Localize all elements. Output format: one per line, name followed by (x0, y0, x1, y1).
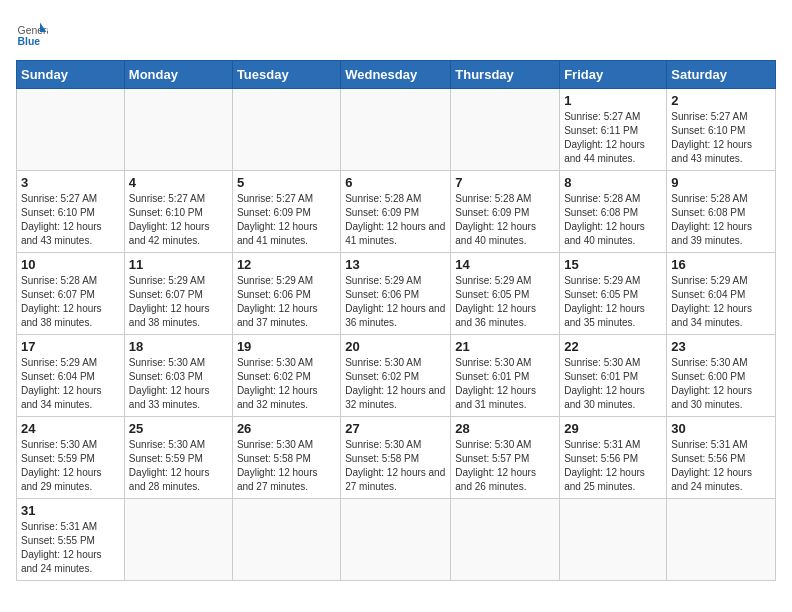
day-info: Sunrise: 5:29 AM Sunset: 6:05 PM Dayligh… (564, 274, 662, 330)
day-number: 7 (455, 175, 555, 190)
day-info: Sunrise: 5:31 AM Sunset: 5:56 PM Dayligh… (564, 438, 662, 494)
logo-icon: General Blue (16, 16, 48, 48)
day-info: Sunrise: 5:28 AM Sunset: 6:09 PM Dayligh… (345, 192, 446, 248)
day-info: Sunrise: 5:29 AM Sunset: 6:06 PM Dayligh… (237, 274, 336, 330)
day-number: 27 (345, 421, 446, 436)
day-info: Sunrise: 5:30 AM Sunset: 6:01 PM Dayligh… (564, 356, 662, 412)
calendar-cell: 29Sunrise: 5:31 AM Sunset: 5:56 PM Dayli… (560, 417, 667, 499)
calendar-cell (232, 499, 340, 581)
calendar-cell: 19Sunrise: 5:30 AM Sunset: 6:02 PM Dayli… (232, 335, 340, 417)
day-number: 28 (455, 421, 555, 436)
day-info: Sunrise: 5:30 AM Sunset: 5:59 PM Dayligh… (21, 438, 120, 494)
calendar-cell (341, 499, 451, 581)
day-info: Sunrise: 5:31 AM Sunset: 5:56 PM Dayligh… (671, 438, 771, 494)
header: General Blue (16, 16, 776, 48)
calendar-cell (17, 89, 125, 171)
day-info: Sunrise: 5:29 AM Sunset: 6:07 PM Dayligh… (129, 274, 228, 330)
day-info: Sunrise: 5:30 AM Sunset: 6:02 PM Dayligh… (345, 356, 446, 412)
calendar-cell: 31Sunrise: 5:31 AM Sunset: 5:55 PM Dayli… (17, 499, 125, 581)
weekday-header-saturday: Saturday (667, 61, 776, 89)
calendar-cell (341, 89, 451, 171)
calendar-cell: 16Sunrise: 5:29 AM Sunset: 6:04 PM Dayli… (667, 253, 776, 335)
calendar-cell: 18Sunrise: 5:30 AM Sunset: 6:03 PM Dayli… (124, 335, 232, 417)
day-info: Sunrise: 5:30 AM Sunset: 6:00 PM Dayligh… (671, 356, 771, 412)
day-number: 1 (564, 93, 662, 108)
calendar-cell: 26Sunrise: 5:30 AM Sunset: 5:58 PM Dayli… (232, 417, 340, 499)
day-info: Sunrise: 5:27 AM Sunset: 6:09 PM Dayligh… (237, 192, 336, 248)
day-number: 9 (671, 175, 771, 190)
day-number: 6 (345, 175, 446, 190)
week-row-4: 17Sunrise: 5:29 AM Sunset: 6:04 PM Dayli… (17, 335, 776, 417)
day-info: Sunrise: 5:30 AM Sunset: 6:01 PM Dayligh… (455, 356, 555, 412)
weekday-header-friday: Friday (560, 61, 667, 89)
day-number: 15 (564, 257, 662, 272)
calendar-cell: 10Sunrise: 5:28 AM Sunset: 6:07 PM Dayli… (17, 253, 125, 335)
calendar-cell: 12Sunrise: 5:29 AM Sunset: 6:06 PM Dayli… (232, 253, 340, 335)
day-info: Sunrise: 5:29 AM Sunset: 6:04 PM Dayligh… (671, 274, 771, 330)
calendar-cell: 7Sunrise: 5:28 AM Sunset: 6:09 PM Daylig… (451, 171, 560, 253)
calendar-cell: 17Sunrise: 5:29 AM Sunset: 6:04 PM Dayli… (17, 335, 125, 417)
calendar-cell: 9Sunrise: 5:28 AM Sunset: 6:08 PM Daylig… (667, 171, 776, 253)
calendar: SundayMondayTuesdayWednesdayThursdayFrid… (16, 60, 776, 581)
week-row-3: 10Sunrise: 5:28 AM Sunset: 6:07 PM Dayli… (17, 253, 776, 335)
calendar-cell: 8Sunrise: 5:28 AM Sunset: 6:08 PM Daylig… (560, 171, 667, 253)
day-info: Sunrise: 5:28 AM Sunset: 6:08 PM Dayligh… (564, 192, 662, 248)
day-info: Sunrise: 5:29 AM Sunset: 6:04 PM Dayligh… (21, 356, 120, 412)
day-info: Sunrise: 5:27 AM Sunset: 6:10 PM Dayligh… (129, 192, 228, 248)
day-info: Sunrise: 5:30 AM Sunset: 6:02 PM Dayligh… (237, 356, 336, 412)
day-number: 19 (237, 339, 336, 354)
calendar-cell: 24Sunrise: 5:30 AM Sunset: 5:59 PM Dayli… (17, 417, 125, 499)
calendar-cell: 20Sunrise: 5:30 AM Sunset: 6:02 PM Dayli… (341, 335, 451, 417)
day-info: Sunrise: 5:28 AM Sunset: 6:09 PM Dayligh… (455, 192, 555, 248)
day-info: Sunrise: 5:30 AM Sunset: 5:57 PM Dayligh… (455, 438, 555, 494)
svg-text:Blue: Blue (18, 36, 41, 47)
calendar-cell: 28Sunrise: 5:30 AM Sunset: 5:57 PM Dayli… (451, 417, 560, 499)
calendar-cell (232, 89, 340, 171)
day-info: Sunrise: 5:27 AM Sunset: 6:10 PM Dayligh… (671, 110, 771, 166)
calendar-cell: 6Sunrise: 5:28 AM Sunset: 6:09 PM Daylig… (341, 171, 451, 253)
day-number: 31 (21, 503, 120, 518)
day-number: 25 (129, 421, 228, 436)
calendar-cell: 22Sunrise: 5:30 AM Sunset: 6:01 PM Dayli… (560, 335, 667, 417)
week-row-5: 24Sunrise: 5:30 AM Sunset: 5:59 PM Dayli… (17, 417, 776, 499)
day-info: Sunrise: 5:29 AM Sunset: 6:05 PM Dayligh… (455, 274, 555, 330)
calendar-cell: 2Sunrise: 5:27 AM Sunset: 6:10 PM Daylig… (667, 89, 776, 171)
calendar-cell (667, 499, 776, 581)
day-number: 8 (564, 175, 662, 190)
day-number: 4 (129, 175, 228, 190)
day-info: Sunrise: 5:27 AM Sunset: 6:11 PM Dayligh… (564, 110, 662, 166)
day-number: 3 (21, 175, 120, 190)
day-number: 5 (237, 175, 336, 190)
day-number: 16 (671, 257, 771, 272)
day-number: 10 (21, 257, 120, 272)
calendar-cell: 3Sunrise: 5:27 AM Sunset: 6:10 PM Daylig… (17, 171, 125, 253)
calendar-cell: 4Sunrise: 5:27 AM Sunset: 6:10 PM Daylig… (124, 171, 232, 253)
day-number: 18 (129, 339, 228, 354)
calendar-cell: 25Sunrise: 5:30 AM Sunset: 5:59 PM Dayli… (124, 417, 232, 499)
day-info: Sunrise: 5:28 AM Sunset: 6:07 PM Dayligh… (21, 274, 120, 330)
day-number: 24 (21, 421, 120, 436)
day-number: 21 (455, 339, 555, 354)
day-number: 23 (671, 339, 771, 354)
weekday-header-thursday: Thursday (451, 61, 560, 89)
week-row-2: 3Sunrise: 5:27 AM Sunset: 6:10 PM Daylig… (17, 171, 776, 253)
day-number: 13 (345, 257, 446, 272)
day-info: Sunrise: 5:27 AM Sunset: 6:10 PM Dayligh… (21, 192, 120, 248)
day-info: Sunrise: 5:30 AM Sunset: 5:58 PM Dayligh… (237, 438, 336, 494)
calendar-cell: 14Sunrise: 5:29 AM Sunset: 6:05 PM Dayli… (451, 253, 560, 335)
calendar-cell: 11Sunrise: 5:29 AM Sunset: 6:07 PM Dayli… (124, 253, 232, 335)
day-number: 14 (455, 257, 555, 272)
day-number: 30 (671, 421, 771, 436)
calendar-cell: 5Sunrise: 5:27 AM Sunset: 6:09 PM Daylig… (232, 171, 340, 253)
day-number: 22 (564, 339, 662, 354)
weekday-header-sunday: Sunday (17, 61, 125, 89)
calendar-cell (451, 499, 560, 581)
weekday-header-row: SundayMondayTuesdayWednesdayThursdayFrid… (17, 61, 776, 89)
day-info: Sunrise: 5:30 AM Sunset: 5:58 PM Dayligh… (345, 438, 446, 494)
logo: General Blue (16, 16, 52, 48)
calendar-cell: 23Sunrise: 5:30 AM Sunset: 6:00 PM Dayli… (667, 335, 776, 417)
week-row-1: 1Sunrise: 5:27 AM Sunset: 6:11 PM Daylig… (17, 89, 776, 171)
weekday-header-wednesday: Wednesday (341, 61, 451, 89)
weekday-header-tuesday: Tuesday (232, 61, 340, 89)
day-number: 2 (671, 93, 771, 108)
